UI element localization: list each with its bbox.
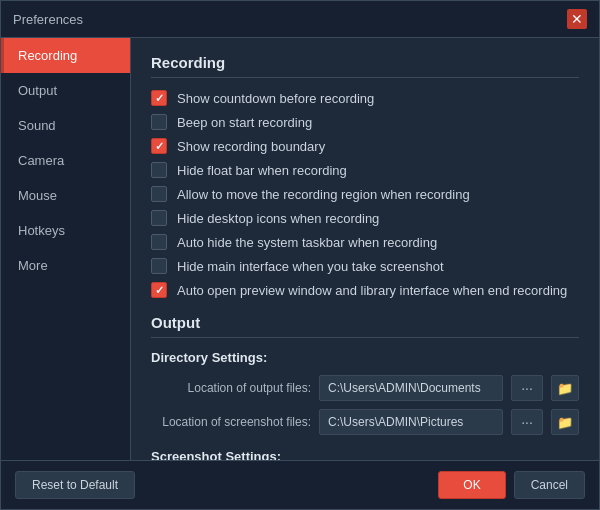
output-files-dots-button[interactable]: ··· bbox=[511, 375, 543, 401]
sidebar: Recording Output Sound Camera Mouse Hotk… bbox=[1, 38, 131, 460]
screenshot-files-input[interactable] bbox=[319, 409, 503, 435]
close-button[interactable]: ✕ bbox=[567, 9, 587, 29]
checkbox-countdown[interactable]: Show countdown before recording bbox=[151, 90, 579, 106]
cancel-button[interactable]: Cancel bbox=[514, 471, 585, 499]
ok-button[interactable]: OK bbox=[438, 471, 505, 499]
preferences-dialog: Preferences ✕ Recording Output Sound Cam… bbox=[0, 0, 600, 510]
sidebar-item-recording[interactable]: Recording bbox=[1, 38, 130, 73]
sidebar-item-camera[interactable]: Camera bbox=[1, 143, 130, 178]
checkbox-boundary-box[interactable] bbox=[151, 138, 167, 154]
checkbox-beep[interactable]: Beep on start recording bbox=[151, 114, 579, 130]
checkbox-maininterface-box[interactable] bbox=[151, 258, 167, 274]
checkbox-desktopicons-box[interactable] bbox=[151, 210, 167, 226]
checkbox-maininterface[interactable]: Hide main interface when you take screen… bbox=[151, 258, 579, 274]
output-files-input[interactable] bbox=[319, 375, 503, 401]
sidebar-item-output[interactable]: Output bbox=[1, 73, 130, 108]
footer-right-buttons: OK Cancel bbox=[438, 471, 585, 499]
dialog-footer: Reset to Default OK Cancel bbox=[1, 460, 599, 509]
checkbox-moveregion[interactable]: Allow to move the recording region when … bbox=[151, 186, 579, 202]
output-files-folder-button[interactable]: 📁 bbox=[551, 375, 579, 401]
sidebar-item-more[interactable]: More bbox=[1, 248, 130, 283]
checkbox-taskbar[interactable]: Auto hide the system taskbar when record… bbox=[151, 234, 579, 250]
directory-settings-title: Directory Settings: bbox=[151, 350, 579, 365]
output-section-title: Output bbox=[151, 314, 579, 338]
screenshot-files-row: Location of screenshot files: ··· 📁 bbox=[151, 409, 579, 435]
screenshot-files-label: Location of screenshot files: bbox=[151, 415, 311, 429]
sidebar-item-hotkeys[interactable]: Hotkeys bbox=[1, 213, 130, 248]
recording-section-title: Recording bbox=[151, 54, 579, 78]
screenshot-files-dots-button[interactable]: ··· bbox=[511, 409, 543, 435]
screenshot-files-folder-button[interactable]: 📁 bbox=[551, 409, 579, 435]
reset-button[interactable]: Reset to Default bbox=[15, 471, 135, 499]
checkbox-autoopen[interactable]: Auto open preview window and library int… bbox=[151, 282, 579, 298]
output-files-row: Location of output files: ··· 📁 bbox=[151, 375, 579, 401]
checkbox-floatbar-box[interactable] bbox=[151, 162, 167, 178]
output-files-label: Location of output files: bbox=[151, 381, 311, 395]
checkbox-moveregion-box[interactable] bbox=[151, 186, 167, 202]
checkbox-floatbar[interactable]: Hide float bar when recording bbox=[151, 162, 579, 178]
screenshot-settings: Screenshot Settings: Screenshot format: … bbox=[151, 449, 579, 460]
sidebar-item-mouse[interactable]: Mouse bbox=[1, 178, 130, 213]
checkbox-beep-box[interactable] bbox=[151, 114, 167, 130]
sidebar-item-sound[interactable]: Sound bbox=[1, 108, 130, 143]
checkbox-countdown-box[interactable] bbox=[151, 90, 167, 106]
checkbox-taskbar-box[interactable] bbox=[151, 234, 167, 250]
dialog-body: Recording Output Sound Camera Mouse Hotk… bbox=[1, 38, 599, 460]
checkbox-desktopicons[interactable]: Hide desktop icons when recording bbox=[151, 210, 579, 226]
dialog-title: Preferences bbox=[13, 12, 83, 27]
title-bar: Preferences ✕ bbox=[1, 1, 599, 38]
checkbox-boundary[interactable]: Show recording boundary bbox=[151, 138, 579, 154]
checkbox-autoopen-box[interactable] bbox=[151, 282, 167, 298]
output-section: Output Directory Settings: Location of o… bbox=[151, 314, 579, 460]
screenshot-settings-title: Screenshot Settings: bbox=[151, 449, 579, 460]
content-area: Recording Show countdown before recordin… bbox=[131, 38, 599, 460]
